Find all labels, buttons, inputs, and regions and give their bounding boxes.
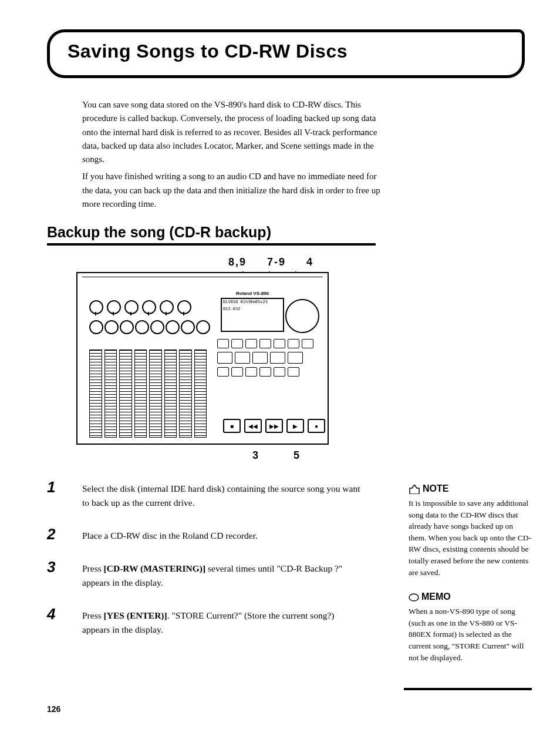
callout-label: 8,9: [228, 256, 247, 268]
stop-button-icon: ■: [223, 419, 241, 433]
panel-button-icon: [217, 352, 232, 364]
fader-icon: [149, 350, 162, 438]
panel-button-icon: [288, 367, 299, 377]
panel-button-icon: [231, 367, 243, 377]
panel-button-icon: [270, 352, 285, 364]
intro-paragraph-1: You can save song data stored on the VS-…: [82, 98, 382, 166]
step-text: Place a CD-RW disc in the Roland CD reco…: [82, 526, 364, 543]
panel-top-strip: [82, 277, 323, 293]
device-illustration: Roland VS-890 DLV010 01h36m05s23 012.032: [76, 272, 329, 445]
memo-icon: [409, 593, 419, 602]
intro-paragraph-2: If you have finished writing a song to a…: [82, 170, 382, 211]
knob-icon: [177, 300, 191, 314]
play-button-icon: ▶: [286, 419, 304, 433]
lcd-screen: DLV010 01h36m05s23 012.032: [221, 298, 284, 332]
transport-controls: ■ ◀◀ ▶▶ ▶ ●: [223, 419, 325, 433]
sidebar-bottom-rule: [404, 688, 532, 690]
knob-icon: [107, 300, 121, 314]
figure-callouts-top: 8,9 7-9 4: [76, 256, 329, 268]
knob-icon: [124, 300, 139, 314]
note-block: NOTE It is impossible to save any additi…: [409, 482, 532, 578]
lcd-line-1: DLV010 01h36m05s23: [222, 299, 283, 306]
knob-icon: [89, 320, 103, 334]
panel-button-icon: [259, 367, 271, 377]
fader-icon: [134, 350, 147, 438]
step-number: 4: [47, 606, 82, 622]
fader-icon: [164, 350, 177, 438]
step-text: Press [YES (ENTER)]. "STORE Current?" (S…: [82, 606, 364, 637]
step-number: 1: [47, 479, 82, 495]
lcd-line-2: 012.032: [222, 306, 283, 313]
callout-label: 3: [252, 449, 258, 462]
sidebar: NOTE It is impossible to save any additi…: [409, 482, 532, 675]
callout-label: 7-9: [267, 256, 286, 268]
step-text: Press [CD-RW (MASTERING)] several times …: [82, 559, 364, 590]
memo-block: MEMO When a non-VS-890 type of song (suc…: [409, 590, 532, 663]
knob-icon: [120, 320, 134, 334]
note-icon: [409, 485, 420, 494]
panel-button-icon: [231, 339, 243, 348]
manual-page: Saving Songs to CD-RW Discs You can save…: [0, 0, 560, 729]
knob-row-2: [89, 320, 210, 334]
chapter-title-box: Saving Songs to CD-RW Discs: [47, 29, 525, 78]
note-heading: NOTE: [409, 482, 448, 495]
forward-button-icon: ▶▶: [265, 419, 283, 433]
device-brand: Roland VS-890: [236, 291, 269, 296]
panel-button-icon: [274, 339, 285, 348]
knob-icon: [181, 320, 195, 334]
svg-point-3: [409, 594, 419, 601]
knob-icon: [196, 320, 210, 334]
knob-icon: [160, 300, 174, 314]
jog-wheel-icon: [285, 299, 319, 333]
panel-button-icon: [288, 339, 299, 348]
panel-button-icon: [259, 339, 271, 348]
memo-body: When a non-VS-890 type of song (such as …: [409, 606, 532, 663]
step-number: 3: [47, 559, 82, 575]
fader-area: [89, 350, 207, 438]
step-number: 2: [47, 526, 82, 542]
section-heading: Backup the song (CD-R backup): [47, 224, 376, 246]
knob-icon: [104, 320, 119, 334]
panel-button-icon: [217, 339, 229, 348]
figure-callouts-bottom: 3 5: [76, 449, 329, 462]
callout-label: 5: [294, 449, 299, 462]
panel-button-icon: [252, 352, 268, 364]
fader-icon: [119, 350, 132, 438]
memo-heading: MEMO: [409, 590, 451, 603]
knob-row-1: [89, 300, 191, 314]
knob-icon: [135, 320, 149, 334]
page-number: 126: [47, 704, 60, 714]
device-figure: 8,9 7-9 4: [76, 256, 329, 462]
panel-button-icon: [288, 352, 303, 364]
knob-icon: [150, 320, 164, 334]
knob-icon: [89, 300, 103, 314]
knob-icon: [166, 320, 180, 334]
panel-button-icon: [245, 367, 257, 377]
note-body: It is impossible to save any additional …: [409, 498, 532, 578]
fader-icon: [194, 350, 207, 438]
knob-icon: [142, 300, 156, 314]
callout-label: 4: [306, 256, 313, 268]
fader-icon: [179, 350, 192, 438]
panel-button-icon: [302, 339, 313, 348]
panel-button-icon: [235, 352, 250, 364]
panel-button-icon: [217, 367, 229, 377]
intro-text: You can save song data stored on the VS-…: [82, 98, 382, 211]
chapter-title: Saving Songs to CD-RW Discs: [68, 41, 504, 62]
panel-button-icon: [245, 339, 257, 348]
button-grid: ■ ◀◀ ▶▶ ▶ ●: [217, 339, 321, 438]
record-button-icon: ●: [308, 419, 325, 433]
rewind-button-icon: ◀◀: [244, 419, 262, 433]
step-text: Select the disk (internal IDE hard disk)…: [82, 479, 364, 510]
panel-button-icon: [274, 367, 285, 377]
fader-icon: [104, 350, 117, 438]
fader-icon: [89, 350, 102, 438]
